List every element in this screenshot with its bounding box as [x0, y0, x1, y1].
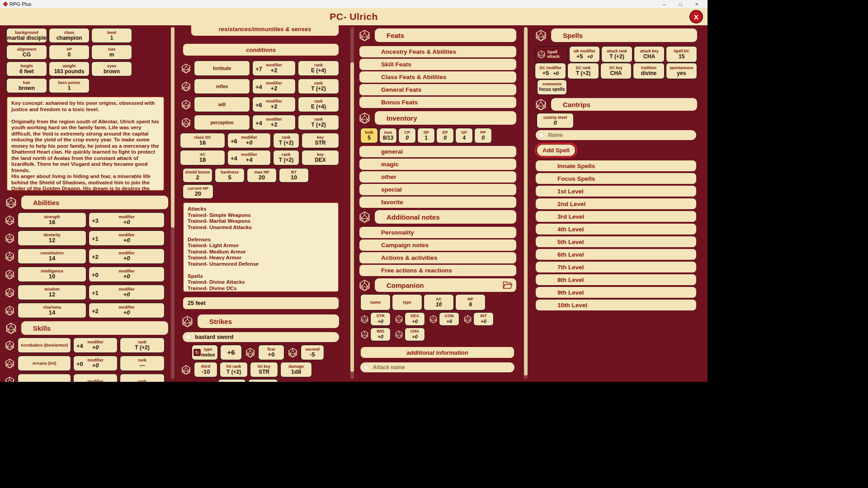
- feat-category-button[interactable]: General Feats: [359, 84, 516, 95]
- ability-score-field[interactable]: dexterity 12: [18, 230, 86, 246]
- scrollbar-column1[interactable]: [171, 27, 175, 379]
- d20-roll-icon[interactable]: [5, 376, 15, 382]
- class-dc-key-field[interactable]: key STR: [302, 133, 339, 148]
- proficiencies-text[interactable]: Attacks Trained- Simple Weapons Trained-…: [183, 202, 339, 292]
- save-modifier-field[interactable]: +6 modifier +2: [252, 97, 296, 112]
- companion-stat-field[interactable]: type: [392, 294, 422, 310]
- ability-score-field[interactable]: strength 16: [18, 212, 86, 228]
- companion-stat-field[interactable]: AC 10: [424, 294, 454, 310]
- ability-modifier-field[interactable]: +3 modifier +0: [89, 212, 165, 228]
- ability-modifier-field[interactable]: +2 modifier +0: [89, 303, 165, 318]
- info-field[interactable]: height 6 feet: [6, 61, 47, 76]
- spell-level-button[interactable]: 10th Level: [536, 300, 696, 310]
- spell-name-input[interactable]: Name: [536, 130, 696, 140]
- window-close-button[interactable]: ×: [689, 1, 705, 7]
- spell-stat-field[interactable]: DC rank T (+2): [567, 63, 599, 79]
- d20-roll-icon[interactable]: [245, 347, 255, 358]
- spell-stat-field[interactable]: tradition divine: [633, 63, 664, 79]
- ac-field[interactable]: AC 18: [180, 150, 225, 165]
- d20-roll-icon[interactable]: [181, 81, 191, 92]
- spell-level-button[interactable]: 8th Level: [536, 274, 696, 285]
- strike-damage-key-field[interactable]: damage key: [218, 379, 246, 382]
- d20-roll-icon[interactable]: [360, 330, 369, 339]
- feat-category-button[interactable]: Class Feats & Abilities: [359, 71, 516, 83]
- d20-roll-icon[interactable]: [5, 358, 15, 369]
- inventory-category-button[interactable]: magic: [359, 159, 516, 170]
- ability-modifier-field[interactable]: +0 modifier +0: [89, 267, 165, 282]
- d20-roll-icon[interactable]: [5, 287, 15, 298]
- save-name-field[interactable]: fortitude: [194, 61, 250, 76]
- skill-rank-field[interactable]: rank ---: [120, 356, 165, 371]
- save-name-field[interactable]: reflex: [194, 79, 250, 94]
- spell-level-button[interactable]: 2nd Level: [536, 198, 696, 209]
- resistances-header[interactable]: resistances/immunities & senses: [191, 25, 339, 36]
- notes-category-button[interactable]: Free actions & reactions: [359, 265, 516, 276]
- notes-category-button[interactable]: Campaign notes: [359, 239, 516, 251]
- info-field[interactable]: background martial disciple: [6, 28, 47, 43]
- spell-stat-field[interactable]: Spell DC 15: [666, 46, 697, 62]
- info-field[interactable]: XP 0: [49, 45, 90, 60]
- strike-first-field[interactable]: first +0: [258, 345, 284, 360]
- currency-field[interactable]: SP 1: [417, 128, 435, 143]
- d20-roll-icon[interactable]: [395, 330, 403, 339]
- d20-roll-icon[interactable]: [5, 251, 15, 262]
- strike-total-field[interactable]: +6: [220, 345, 242, 360]
- d20-roll-icon[interactable]: [5, 233, 15, 244]
- skill-modifier-field[interactable]: modifier: [73, 374, 118, 382]
- strike-second-field[interactable]: second -5: [301, 345, 324, 360]
- d20-roll-icon[interactable]: [463, 315, 472, 324]
- save-modifier-field[interactable]: +4 modifier +2: [252, 79, 296, 94]
- info-field[interactable]: class champion: [49, 28, 90, 43]
- close-sheet-button[interactable]: X: [689, 10, 703, 23]
- save-name-field[interactable]: will: [194, 97, 250, 112]
- scrollbar-thumb[interactable]: [350, 62, 354, 372]
- spell-stat-field[interactable]: spontaneous yes: [666, 63, 697, 79]
- info-field[interactable]: weight 163 pounds: [49, 61, 90, 76]
- info-field[interactable]: eyes brown: [91, 61, 132, 76]
- class-dc-rank-field[interactable]: rank T (+2): [273, 133, 299, 148]
- attack-name-input[interactable]: Attack name: [360, 362, 514, 372]
- scrollbar-column3[interactable]: [524, 27, 528, 379]
- ability-modifier-field[interactable]: +2 modifier +0: [89, 249, 165, 264]
- spell-stat-field[interactable]: attack key CHA: [634, 46, 665, 62]
- spell-level-button[interactable]: 5th Level: [536, 236, 696, 247]
- d20-roll-icon[interactable]: [181, 63, 191, 74]
- info-field[interactable]: level 1: [91, 28, 132, 43]
- companion-ability-field[interactable]: INT +0: [473, 312, 494, 326]
- spell-stat-field[interactable]: DC key CHA: [600, 63, 632, 79]
- currency-field[interactable]: max 8/13: [379, 128, 397, 143]
- ability-score-field[interactable]: constitution 14: [18, 249, 86, 264]
- inventory-category-button[interactable]: other: [359, 171, 516, 183]
- currency-field[interactable]: EP 0: [436, 128, 454, 143]
- save-rank-field[interactable]: rank T (+2): [298, 79, 339, 94]
- ability-modifier-field[interactable]: +1 modifier +0: [89, 230, 165, 246]
- spell-dc-modifier-field[interactable]: DC modifier +5 +0: [535, 63, 566, 79]
- companion-ability-field[interactable]: DEX +0: [405, 312, 425, 326]
- shield-stat-field[interactable]: BT 10: [279, 168, 309, 183]
- minimize-button[interactable]: –: [656, 1, 672, 7]
- shield-stat-field[interactable]: shield bonus 2: [183, 168, 212, 183]
- strike-type-field[interactable]: ↻ type melee: [192, 345, 218, 360]
- notes-category-button[interactable]: Actions & activities: [359, 252, 516, 263]
- ability-modifier-field[interactable]: +1 modifier +0: [89, 285, 165, 300]
- reroll-icon[interactable]: ↻: [193, 349, 201, 356]
- strike-hit-key-field[interactable]: hit key STR: [250, 362, 278, 377]
- d20-roll-icon[interactable]: [181, 99, 191, 110]
- save-rank-field[interactable]: rank E (+4): [298, 97, 339, 112]
- spell-level-button[interactable]: 6th Level: [536, 249, 696, 260]
- scrollbar-thumb[interactable]: [171, 27, 175, 228]
- cantrip-level-field[interactable]: cantrip level 0: [537, 113, 574, 128]
- inventory-category-button[interactable]: general: [359, 146, 516, 157]
- backstory-text[interactable]: Key concept: ashamed by his poor origins…: [6, 96, 165, 191]
- d20-roll-icon[interactable]: [5, 215, 15, 225]
- save-modifier-field[interactable]: +7 modifier +2: [252, 61, 296, 76]
- class-dc-modifier-field[interactable]: +6 modifier +0: [227, 133, 271, 148]
- companion-ability-field[interactable]: WIS +0: [370, 328, 391, 341]
- currency-field[interactable]: bulk 5: [360, 128, 378, 143]
- ability-score-field[interactable]: intelligence 10: [18, 267, 86, 282]
- open-companion-folder-icon[interactable]: [503, 281, 513, 289]
- currency-field[interactable]: GP 4: [455, 128, 473, 143]
- spell-level-button[interactable]: Focus Spells: [536, 173, 696, 184]
- spell-level-button[interactable]: 9th Level: [536, 287, 696, 298]
- d20-roll-icon[interactable]: [360, 315, 369, 324]
